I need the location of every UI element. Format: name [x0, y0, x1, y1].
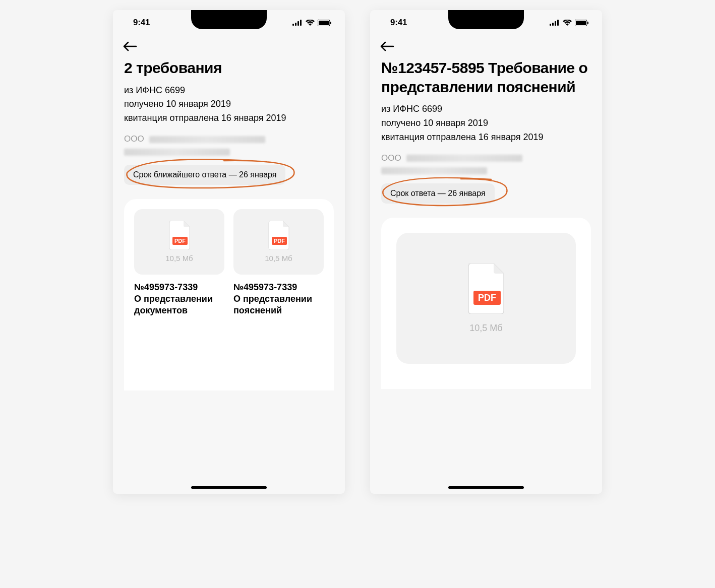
back-button[interactable] [113, 35, 147, 56]
status-time: 9:41 [133, 18, 150, 28]
meta-received: получено 10 января 2019 [381, 116, 591, 130]
org-block: ООО [381, 152, 591, 175]
svg-text:PDF: PDF [478, 293, 496, 303]
deadline-wrap: Срок ответа — 26 января [381, 183, 495, 204]
org-block: ООО [124, 133, 334, 156]
meta-received: получено 10 января 2019 [124, 97, 334, 111]
svg-rect-17 [587, 22, 588, 24]
svg-rect-13 [555, 21, 556, 26]
svg-text:PDF: PDF [274, 238, 285, 244]
svg-rect-2 [297, 21, 299, 26]
home-indicator[interactable] [448, 486, 524, 489]
meta-source: из ИФНС 6699 [381, 102, 591, 116]
content-area: 2 требования из ИФНС 6699 получено 10 ян… [113, 56, 345, 390]
svg-rect-3 [300, 20, 302, 26]
deadline-wrap: Срок ближайшего ответа — 26 января [124, 165, 285, 185]
document-panel: PDF 10,5 Мб [381, 218, 591, 389]
back-button[interactable] [370, 35, 404, 56]
org-prefix: ООО [381, 153, 401, 163]
arrow-left-icon [380, 41, 394, 51]
svg-rect-12 [552, 23, 554, 26]
blurred-text [381, 167, 487, 174]
svg-rect-11 [550, 24, 551, 26]
notch [191, 10, 267, 29]
status-time: 9:41 [390, 18, 407, 28]
meta-source: из ИФНС 6699 [124, 84, 334, 98]
wifi-icon [306, 20, 315, 26]
svg-rect-16 [576, 21, 586, 25]
org-prefix: ООО [124, 134, 144, 144]
blurred-text [124, 149, 230, 156]
pdf-file-icon: PDF [465, 264, 507, 314]
document-description: О представлении пояснений [233, 293, 324, 317]
document-size: 10,5 Мб [265, 254, 292, 263]
blurred-text [406, 155, 522, 162]
document-card[interactable]: PDF 10,5 Мб №495973-7339 О представлении… [134, 209, 224, 380]
battery-icon [318, 20, 332, 26]
pdf-file-icon: PDF [267, 221, 291, 250]
phone-screen-2: 9:41 №123457-5895 Требование о представл… [370, 10, 602, 494]
document-description: О представлении документов [134, 293, 224, 317]
document-number: №495973-7339 [233, 282, 324, 293]
phone-screen-1: 9:41 2 требования из ИФНС 6699 получено … [113, 10, 345, 494]
svg-rect-14 [557, 20, 559, 26]
document-thumbnail: PDF 10,5 Мб [233, 209, 324, 275]
documents-panel: PDF 10,5 Мб №495973-7339 О представлении… [124, 199, 334, 390]
svg-rect-0 [292, 24, 294, 26]
blurred-text [149, 136, 265, 143]
battery-icon [575, 20, 589, 26]
svg-rect-5 [319, 21, 329, 25]
status-icons [550, 20, 589, 26]
deadline-pill: Срок ближайшего ответа — 26 января [124, 165, 285, 185]
pdf-file-icon: PDF [167, 221, 192, 250]
status-icons [292, 20, 332, 26]
page-title: №123457-5895 Требование о представлении … [381, 58, 591, 96]
document-size: 10,5 Мб [469, 323, 502, 334]
meta-receipt: квитанция отправлена 16 января 2019 [381, 130, 591, 145]
signal-icon [550, 20, 560, 26]
document-size: 10,5 Мб [165, 254, 193, 263]
meta-receipt: квитанция отправлена 16 января 2019 [124, 111, 334, 125]
svg-text:PDF: PDF [174, 238, 186, 244]
svg-rect-6 [330, 22, 331, 24]
document-card[interactable]: PDF 10,5 Мб №495973-7339 О представлении… [233, 209, 324, 380]
svg-rect-1 [295, 23, 296, 26]
document-number: №495973-7339 [134, 282, 224, 293]
deadline-pill: Срок ответа — 26 января [381, 183, 495, 204]
home-indicator[interactable] [191, 486, 267, 489]
notch [448, 10, 524, 29]
arrow-left-icon [123, 41, 137, 51]
content-area: №123457-5895 Требование о представлении … [370, 56, 602, 389]
signal-icon [292, 20, 303, 26]
document-thumbnail: PDF 10,5 Мб [134, 209, 224, 275]
page-title: 2 требования [124, 58, 334, 78]
document-thumbnail[interactable]: PDF 10,5 Мб [396, 233, 576, 364]
wifi-icon [563, 20, 572, 26]
